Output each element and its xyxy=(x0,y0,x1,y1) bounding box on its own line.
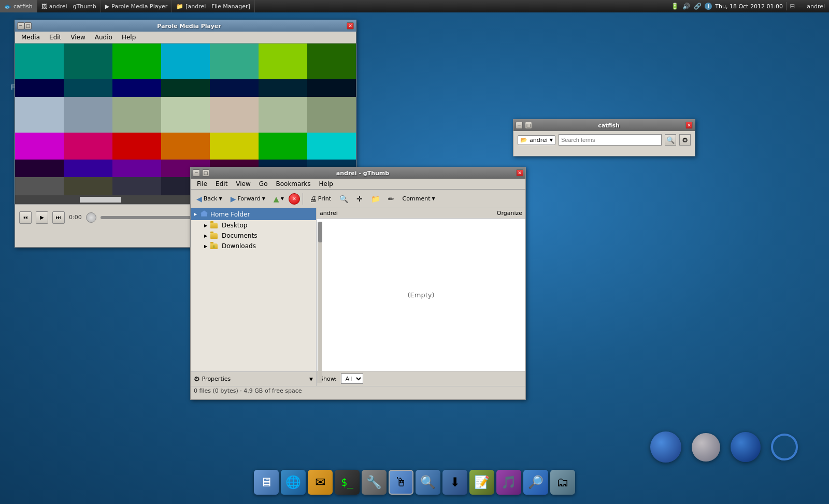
parole-next-btn[interactable]: ⏭ xyxy=(52,211,65,224)
gthumb-menu-edit[interactable]: Edit xyxy=(211,179,232,189)
catfish-folder-icon: 📂 xyxy=(520,137,527,143)
dock-music-icon[interactable]: 🎵 xyxy=(496,470,521,495)
catfish-search-btn[interactable]: 🔍 xyxy=(665,134,676,146)
parole-menu-help[interactable]: Help xyxy=(118,33,140,42)
dock-screen-icon[interactable]: 🖥 xyxy=(254,470,279,495)
gthumb-menu-go[interactable]: Go xyxy=(255,179,272,189)
gthumb-properties-panel[interactable]: ⚙ Properties ▼ xyxy=(191,371,316,386)
gthumb-show-select[interactable]: All xyxy=(341,373,363,384)
wrench-icon: 🔧 xyxy=(366,475,382,489)
music-icon: 🎵 xyxy=(501,475,517,489)
catfish-close-btn[interactable]: ✕ xyxy=(685,122,693,129)
parole-minimize-btn[interactable]: ─ xyxy=(17,22,24,30)
gthumb-folder-btn[interactable]: 📁 xyxy=(367,193,383,205)
downloads-folder-icon: ↓ xyxy=(210,243,218,249)
taskbar-item-parole[interactable]: ▶ Parole Media Player xyxy=(101,0,172,12)
parole-prev-btn[interactable]: ⏮ xyxy=(19,211,32,224)
gthumb-zoom-btn[interactable]: 🔍 xyxy=(336,193,352,205)
folder-icon: 🗂 xyxy=(556,475,569,489)
gthumb-organize-btn[interactable]: Organize xyxy=(497,210,522,217)
gthumb-sidebar-scrollbar[interactable] xyxy=(318,222,322,383)
catfish-search-input[interactable] xyxy=(559,134,662,146)
parole-close-btn[interactable]: ✕ xyxy=(347,22,354,30)
dock-terminal-icon[interactable]: $_ xyxy=(335,470,360,495)
gthumb-menu-help[interactable]: Help xyxy=(315,179,337,189)
sidebar-item-downloads[interactable]: ▶ ↓ Downloads xyxy=(191,241,316,251)
gthumb-print-btn[interactable]: 🖨 Print xyxy=(306,193,335,205)
taskbar-item-catfish[interactable]: 🐟 catfish xyxy=(0,0,37,12)
sidebar-item-home[interactable]: ▶ Home Folder xyxy=(191,208,316,220)
parole-menu-media[interactable]: Media xyxy=(17,33,44,42)
dock-mail-icon[interactable]: ✉ xyxy=(308,470,333,495)
catfish-settings-btn[interactable]: ⚙ xyxy=(679,134,691,146)
gthumb-main-content: andrei Organize (Empty) Show: All xyxy=(317,208,525,386)
gthumb-minimize-btn[interactable]: ─ xyxy=(193,169,200,177)
home-label: Home Folder xyxy=(210,211,250,218)
catfish-folder-dropdown-icon: ▼ xyxy=(550,138,553,142)
taskbar-item-filemanager[interactable]: 📁 [andrei - File Manager] xyxy=(172,0,254,12)
up-arrow-icon: ▲ xyxy=(274,195,279,203)
info-icon: i xyxy=(705,3,712,10)
gthumb-path-bar: andrei Organize xyxy=(317,208,525,219)
parole-taskbar-icon: ▶ xyxy=(105,3,109,10)
up-dropdown-icon: ▼ xyxy=(281,196,284,201)
dock-browser-icon[interactable]: 🌐 xyxy=(281,470,306,495)
dock-filemanager-icon[interactable]: 🗂 xyxy=(550,470,575,495)
gthumb-back-btn[interactable]: ◀ Back ▼ xyxy=(193,193,226,205)
show-label: Show: xyxy=(320,376,337,382)
dock-find-icon[interactable]: 🔎 xyxy=(523,470,548,495)
documents-label: Documents xyxy=(222,232,257,239)
gthumb-stop-btn[interactable]: ✕ xyxy=(289,193,300,205)
battery-icon: 🔋 xyxy=(670,2,679,10)
documents-folder-icon xyxy=(210,233,218,239)
gthumb-move-btn[interactable]: ✛ xyxy=(353,193,366,205)
parole-menu-view[interactable]: View xyxy=(66,33,89,42)
sidebar-item-documents[interactable]: ▶ Documents xyxy=(191,231,316,241)
zoom-icon: 🔍 xyxy=(339,195,348,203)
taskbar-right: 🔋 🔊 🔗 i Thu, 18 Oct 2012 01:00 ⊟ — andre… xyxy=(666,2,829,10)
properties-label: Properties xyxy=(202,376,307,382)
catfish-folder-select[interactable]: 📂 andrei ▼ xyxy=(518,135,555,145)
sidebar-item-desktop[interactable]: ▶ Desktop xyxy=(191,220,316,231)
dock-pointer-icon[interactable]: 🖱 xyxy=(389,470,413,495)
catfish-body: 📂 andrei ▼ 🔍 ⚙ xyxy=(513,131,695,149)
gthumb-edit-btn[interactable]: ✏ xyxy=(384,193,398,205)
gthumb-window: ─ □ andrei - gThumb ✕ File Edit View Go … xyxy=(190,167,526,400)
dock-tools-icon[interactable]: 🔧 xyxy=(362,470,387,495)
dock-notes-icon[interactable]: 📝 xyxy=(469,470,494,495)
gthumb-current-path: andrei xyxy=(320,210,338,217)
taskbar-left: 🐟 catfish 🖼 andrei - gThumb ▶ Parole Med… xyxy=(0,0,666,12)
user-label: andrei xyxy=(807,3,825,10)
gthumb-menu-bookmarks[interactable]: Bookmarks xyxy=(271,179,315,189)
circle-1 xyxy=(650,431,681,463)
gthumb-close-btn[interactable]: ✕ xyxy=(516,169,523,177)
parole-menu-audio[interactable]: Audio xyxy=(91,33,117,42)
taskbar-item-gthumb[interactable]: 🖼 andrei - gThumb xyxy=(37,0,101,12)
home-arrow-icon: ▶ xyxy=(193,212,198,217)
dock-search-icon[interactable]: 🔍 xyxy=(416,470,440,495)
parole-volume-knob[interactable] xyxy=(86,212,96,223)
parole-play-btn[interactable]: ▶ xyxy=(36,211,48,224)
pencil-icon: ✏ xyxy=(388,195,394,203)
catfish-maximize-btn[interactable]: □ xyxy=(525,122,532,129)
gthumb-status-text: 0 files (0 bytes) · 4.9 GB of free space xyxy=(194,387,302,394)
gthumb-menu-file[interactable]: File xyxy=(193,179,211,189)
gthumb-titlebar: ─ □ andrei - gThumb ✕ xyxy=(191,167,525,179)
gthumb-maximize-btn[interactable]: □ xyxy=(202,169,209,177)
properties-arrow-icon: ▼ xyxy=(309,377,313,382)
gthumb-empty-label: (Empty) xyxy=(407,291,434,299)
catfish-minimize-btn[interactable]: ─ xyxy=(516,122,523,129)
taskbar-sep: — xyxy=(798,3,804,10)
gthumb-toolbar-sep1 xyxy=(303,193,303,205)
notes-icon: 📝 xyxy=(474,475,490,489)
desktop-circles xyxy=(650,431,798,463)
gthumb-forward-btn[interactable]: ▶ Forward ▼ xyxy=(227,193,269,205)
circle-2 xyxy=(692,433,720,462)
gthumb-comment-btn[interactable]: Comment ▼ xyxy=(399,194,439,204)
download-icon: ⬇ xyxy=(450,475,460,489)
gthumb-up-btn[interactable]: ▲ ▼ xyxy=(270,193,288,205)
parole-menu-edit[interactable]: Edit xyxy=(45,33,65,42)
parole-maximize-btn[interactable]: □ xyxy=(24,22,32,30)
dock-download-icon[interactable]: ⬇ xyxy=(442,470,467,495)
gthumb-menu-view[interactable]: View xyxy=(232,179,254,189)
